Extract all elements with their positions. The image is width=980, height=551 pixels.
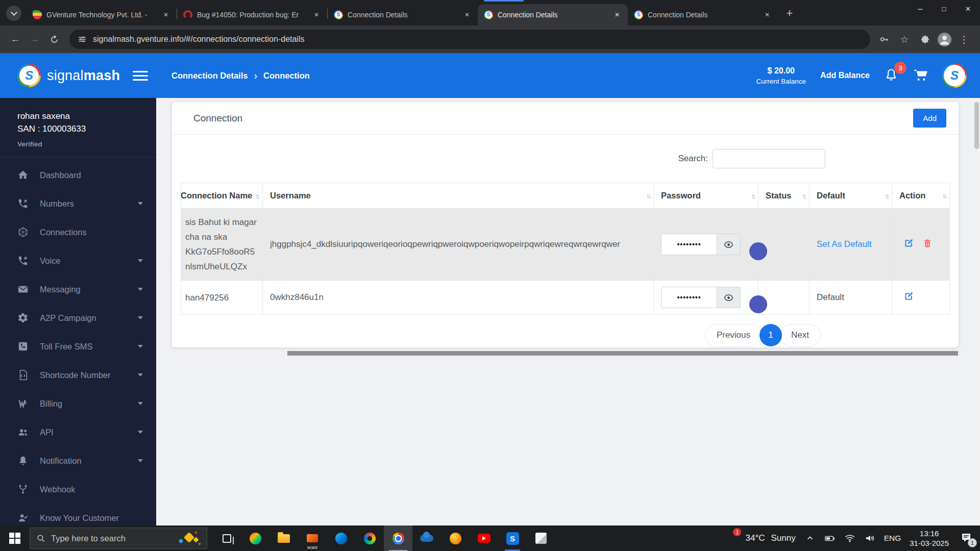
tab-close-icon[interactable]: ✕ (311, 9, 322, 20)
sidebar-item-voice[interactable]: Voice (0, 246, 156, 275)
add-button[interactable]: Add (913, 109, 946, 128)
column-action[interactable]: Action↑↓ (892, 183, 950, 209)
column-username[interactable]: Username↑↓ (263, 183, 654, 209)
previous-page-button[interactable]: Previous (705, 324, 762, 346)
url-text[interactable]: signalmash.gventure.info/#/connections/c… (93, 35, 304, 44)
breadcrumb-level1[interactable]: Connection Details (172, 71, 248, 81)
new-tab-button[interactable]: + (782, 6, 797, 21)
tab-search-button[interactable] (6, 6, 21, 21)
taskbar-search-input[interactable] (51, 534, 173, 543)
tab-connection-details-2[interactable]: S Connection Details ✕ (628, 4, 778, 26)
column-password[interactable]: Password↑↓ (654, 183, 758, 209)
site-settings-icon[interactable] (78, 35, 87, 44)
sort-icon[interactable]: ↑↓ (885, 192, 888, 200)
column-default[interactable]: Default↑↓ (810, 183, 892, 209)
password-field[interactable] (661, 234, 717, 255)
sidebar-item-toll-free-sms[interactable]: Toll Free SMS (0, 332, 156, 361)
tab-connection-details-active[interactable]: S Connection Details ✕ (478, 4, 628, 26)
browser-toolbar: ← → signalmash.gventure.info/#/connectio… (0, 26, 980, 53)
sidebar-item-notification[interactable]: Notification (0, 446, 156, 475)
show-password-button[interactable] (717, 287, 741, 308)
add-balance-button[interactable]: Add Balance (820, 71, 870, 80)
tab-bug[interactable]: Bug #14050: Production bug: Er ✕ (177, 4, 327, 26)
edit-button[interactable] (903, 238, 914, 251)
sidebar-item-know-your-customer[interactable]: Know Your Customer (0, 504, 156, 525)
set-as-default-link[interactable]: Set As Default (817, 239, 872, 249)
address-bar[interactable]: signalmash.gventure.info/#/connections/c… (69, 30, 870, 49)
start-button[interactable] (0, 525, 30, 551)
back-button[interactable]: ← (6, 30, 24, 48)
battery-indicator[interactable] (824, 533, 836, 544)
sidebar-item-messaging[interactable]: Messaging (0, 275, 156, 304)
scrollbar-thumb[interactable] (287, 351, 958, 356)
cart-icon (914, 67, 928, 82)
copilot-button[interactable] (241, 525, 270, 551)
horizontal-scrollbar[interactable] (181, 351, 958, 356)
minimize-button[interactable]: ─ (908, 0, 932, 17)
column-status[interactable]: Status↑↓ (758, 183, 810, 209)
sort-icon[interactable]: ↑↓ (646, 192, 649, 200)
hamburger-menu-icon[interactable] (133, 71, 148, 81)
sort-icon[interactable]: ↑↓ (942, 192, 945, 200)
maximize-button[interactable]: □ (932, 0, 956, 17)
edit-button[interactable] (903, 291, 914, 304)
sidebar-item-webhook[interactable]: Webhook (0, 475, 156, 504)
volume-indicator[interactable] (864, 533, 875, 544)
sidebar-item-dashboard[interactable]: Dashboard (0, 161, 156, 189)
scrollbar-thumb[interactable] (974, 102, 979, 149)
show-password-button[interactable] (717, 234, 741, 255)
sidebar-item-shortcode-number[interactable]: Shortcode Number (0, 361, 156, 389)
sort-icon[interactable]: ↑↓ (255, 192, 258, 200)
close-window-button[interactable]: ✕ (956, 0, 980, 17)
action-center-button[interactable]: 1 (960, 532, 974, 545)
wifi-indicator[interactable] (844, 533, 855, 544)
page-scrollbar[interactable] (973, 98, 980, 525)
firefox-button[interactable] (441, 525, 470, 551)
password-field[interactable] (661, 287, 717, 308)
task-view-button[interactable] (212, 525, 241, 551)
tab-close-icon[interactable]: ✕ (461, 9, 473, 20)
sidebar-item-numbers[interactable]: Numbers (0, 189, 156, 218)
user-avatar[interactable]: S (942, 63, 967, 88)
column-connection-name[interactable]: Connection Name↑↓ (181, 183, 263, 209)
clock[interactable]: 13:16 31-03-2025 (910, 529, 949, 548)
file-explorer-button[interactable] (270, 525, 298, 551)
sidebar-item-a2p-campaign[interactable]: A2P Campaign (0, 304, 156, 332)
menu-kebab-icon[interactable]: ⋮ (957, 32, 972, 47)
whiteboard-button[interactable] (527, 525, 555, 551)
sidebar-item-connections[interactable]: Connections (0, 218, 156, 246)
delete-button[interactable] (922, 238, 933, 251)
password-key-icon[interactable] (876, 32, 892, 47)
refresh-button[interactable] (45, 30, 63, 48)
photos-button[interactable] (355, 525, 384, 551)
bookmark-star-icon[interactable]: ☆ (897, 32, 912, 47)
youtube-button[interactable] (470, 525, 498, 551)
edge-button[interactable] (327, 525, 355, 551)
notifications-button[interactable]: 3 (884, 68, 899, 83)
extensions-icon[interactable] (917, 32, 933, 47)
next-page-button[interactable]: Next (779, 324, 821, 346)
language-indicator[interactable]: ENG (884, 534, 901, 543)
sidebar-item-api[interactable]: API (0, 418, 156, 446)
onedrive-button[interactable] (412, 525, 441, 551)
weather-widget[interactable]: 1 34°C Sunny (723, 530, 795, 546)
current-page-button[interactable]: 1 (760, 324, 782, 346)
signalmash-logo-icon[interactable]: S (17, 64, 41, 87)
sort-icon[interactable]: ↑↓ (802, 192, 805, 200)
tab-gventure[interactable]: GVenture Technology Pvt. Ltd. - ✕ (27, 4, 177, 26)
tab-connection-details-1[interactable]: S Connection Details ✕ (328, 4, 478, 26)
signalmash-app-button[interactable]: S (498, 525, 527, 551)
profile-avatar[interactable] (938, 33, 951, 46)
sidebar-item-billing[interactable]: Billing (0, 389, 156, 418)
tray-expand-button[interactable] (804, 533, 816, 544)
forward-button[interactable]: → (26, 30, 44, 48)
tab-close-icon[interactable]: ✕ (762, 9, 773, 20)
taskbar-search[interactable] (30, 528, 207, 549)
search-input[interactable] (713, 149, 825, 168)
cart-button[interactable] (914, 67, 928, 84)
tab-close-icon[interactable]: ✕ (160, 9, 172, 20)
tab-close-icon[interactable]: ✕ (611, 9, 623, 20)
m365-button[interactable]: M365 (298, 525, 327, 551)
chrome-button[interactable] (384, 525, 412, 551)
sort-icon[interactable]: ↑↓ (751, 192, 754, 200)
